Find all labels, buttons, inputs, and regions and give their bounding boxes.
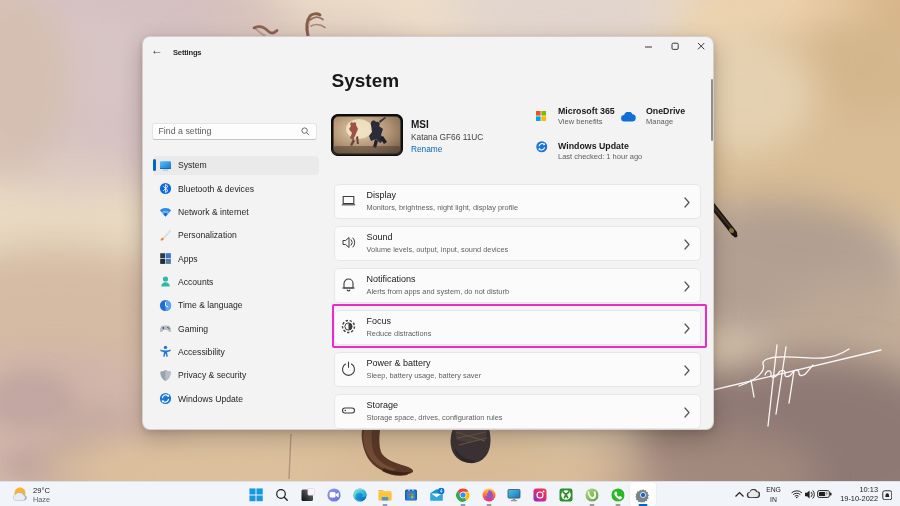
- svg-text:4: 4: [440, 488, 443, 493]
